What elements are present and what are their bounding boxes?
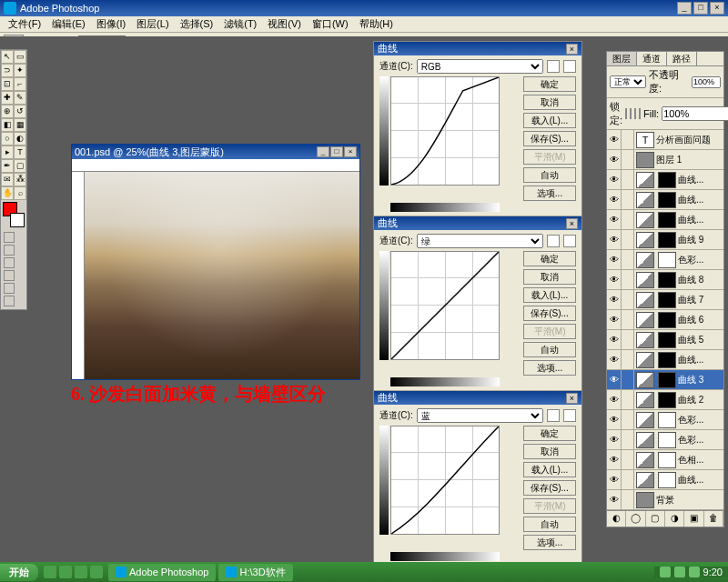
channel-select[interactable]: 蓝 [417, 408, 543, 423]
link-icon[interactable] [622, 130, 634, 150]
taskbar-task[interactable]: H:\3D软件 [218, 564, 292, 581]
visibility-icon[interactable]: 👁 [607, 350, 622, 370]
auto-button[interactable]: 自动 [523, 342, 576, 357]
visibility-icon[interactable]: 👁 [607, 490, 622, 510]
layer-delete-button[interactable]: 🗑 [704, 511, 723, 527]
link-icon[interactable] [622, 250, 634, 270]
lock-image-icon[interactable] [630, 108, 632, 119]
ruler-horizontal[interactable] [72, 159, 359, 172]
doc-maximize-button[interactable]: □ [330, 146, 343, 157]
tray-icon[interactable] [660, 567, 671, 577]
tool-zoom[interactable]: ⌕ [14, 186, 26, 200]
layer-row[interactable]: 👁曲线 3 [607, 370, 723, 390]
fill-input[interactable] [662, 106, 728, 121]
lock-position-icon[interactable] [634, 108, 636, 119]
tray-icon[interactable] [689, 567, 700, 577]
layer-mask-button[interactable]: ◯ [626, 511, 645, 527]
screen-standard[interactable] [4, 257, 15, 268]
tool-shape[interactable]: ▢ [14, 159, 26, 173]
link-icon[interactable] [622, 190, 634, 210]
auto-button[interactable]: 自动 [523, 517, 576, 532]
tool-notes[interactable]: ✉ [1, 173, 14, 186]
load-button[interactable]: 载入(L)... [523, 113, 576, 128]
menu-item[interactable]: 滤镜(T) [219, 16, 261, 32]
background-color[interactable] [10, 213, 25, 227]
channel-select[interactable]: RGB [417, 59, 543, 74]
menu-item[interactable]: 帮助(H) [355, 16, 398, 32]
options-button[interactable]: 选项... [523, 535, 576, 550]
ruler-vertical[interactable] [72, 172, 85, 379]
layer-row[interactable]: 👁色彩... [607, 430, 723, 450]
visibility-icon[interactable]: 👁 [607, 290, 622, 310]
start-button[interactable]: 开始 [0, 564, 38, 581]
visibility-icon[interactable]: 👁 [607, 450, 622, 470]
tool-wand[interactable]: ✦ [14, 64, 26, 77]
layer-row[interactable]: 👁曲线... [607, 210, 723, 230]
tool-stamp[interactable]: ⊕ [1, 105, 14, 118]
visibility-icon[interactable]: 👁 [607, 410, 622, 430]
layer-row[interactable]: 👁曲线 2 [607, 390, 723, 410]
layer-new-button[interactable]: ▣ [684, 511, 703, 527]
blend-mode-select[interactable]: 正常 [610, 75, 646, 88]
layer-row[interactable]: 👁色彩... [607, 250, 723, 270]
tool-gradient[interactable]: ▦ [14, 118, 26, 132]
layer-row[interactable]: 👁图层 1 [607, 150, 723, 170]
tool-hand[interactable]: ✋ [1, 186, 14, 200]
mode-quickmask[interactable] [4, 245, 15, 256]
visibility-icon[interactable]: 👁 [607, 170, 622, 190]
tool-move[interactable]: ↖ [1, 50, 14, 64]
visibility-icon[interactable]: 👁 [607, 250, 622, 270]
cancel-button[interactable]: 取消 [523, 269, 576, 285]
ok-button[interactable]: 确定 [523, 426, 576, 441]
jump-to[interactable] [4, 296, 15, 306]
curve-plot[interactable] [390, 251, 500, 360]
tool-dodge[interactable]: ◐ [14, 132, 26, 146]
layer-row[interactable]: 👁曲线... [607, 190, 723, 210]
tool-lasso[interactable]: ⊃ [1, 64, 14, 77]
tool-eraser[interactable]: ◧ [1, 118, 14, 132]
quicklaunch-icon[interactable] [75, 566, 87, 578]
link-icon[interactable] [622, 210, 634, 230]
tool-brush[interactable]: ✎ [14, 91, 26, 105]
quicklaunch-icon[interactable] [44, 566, 56, 578]
save-button[interactable]: 保存(S)... [523, 480, 576, 496]
link-icon[interactable] [622, 450, 634, 470]
layer-row[interactable]: 👁背景 [607, 490, 723, 510]
link-icon[interactable] [622, 490, 634, 510]
load-button[interactable]: 载入(L)... [523, 287, 576, 303]
quicklaunch-icon[interactable] [90, 566, 103, 578]
visibility-icon[interactable]: 👁 [607, 210, 622, 230]
tab-channels[interactable]: 通道 [637, 52, 667, 65]
tool-heal[interactable]: ✚ [1, 91, 14, 105]
link-icon[interactable] [622, 290, 634, 310]
link-icon[interactable] [622, 410, 634, 430]
curve-tool-icon[interactable] [547, 409, 560, 422]
tool-path[interactable]: ▸ [1, 146, 14, 159]
visibility-icon[interactable]: 👁 [607, 230, 622, 250]
tool-slice[interactable]: ⌐ [14, 77, 26, 91]
cancel-button[interactable]: 取消 [523, 444, 576, 459]
layer-row[interactable]: 👁曲线 8 [607, 270, 723, 290]
tab-layers[interactable]: 图层 [607, 52, 637, 65]
menu-item[interactable]: 文件(F) [4, 16, 46, 32]
options-button[interactable]: 选项... [523, 186, 576, 201]
screen-full[interactable] [4, 283, 15, 294]
lock-all-icon[interactable] [639, 108, 641, 119]
lock-transparent-icon[interactable] [625, 108, 627, 119]
menu-item[interactable]: 窗口(W) [308, 16, 353, 32]
menu-item[interactable]: 视图(V) [263, 16, 306, 32]
mode-standard[interactable] [4, 232, 15, 243]
tab-paths[interactable]: 路径 [667, 52, 697, 65]
visibility-icon[interactable]: 👁 [607, 330, 622, 350]
tool-history[interactable]: ↺ [14, 105, 26, 118]
link-icon[interactable] [622, 230, 634, 250]
curves-close-button[interactable]: × [566, 218, 578, 229]
maximize-button[interactable]: □ [693, 2, 708, 15]
tray-icon[interactable] [674, 567, 685, 577]
opacity-input[interactable] [692, 76, 721, 88]
canvas[interactable] [85, 172, 359, 379]
layer-row[interactable]: 👁色相... [607, 450, 723, 470]
color-swatches[interactable] [3, 202, 25, 227]
tool-eyedrop[interactable]: ⁂ [14, 173, 26, 186]
link-icon[interactable] [622, 390, 634, 410]
